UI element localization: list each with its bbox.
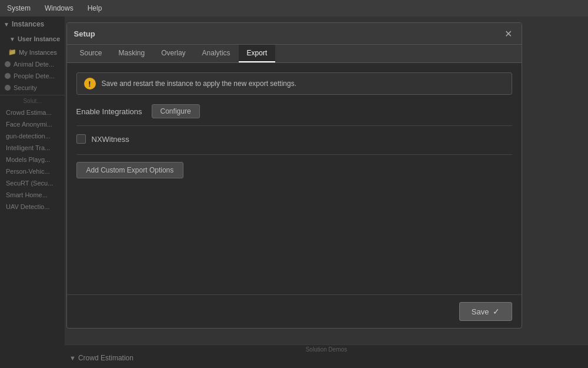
modal-body: ! Save and restart the instance to apply…: [67, 63, 522, 294]
modal-title-bar: Setup ✕: [67, 23, 522, 45]
menu-system[interactable]: System: [5, 3, 33, 14]
info-text: Save and restart the instance to apply t…: [102, 79, 297, 88]
menu-bar: System Windows Help: [0, 0, 588, 16]
menu-windows[interactable]: Windows: [42, 3, 76, 14]
info-icon: !: [84, 78, 96, 89]
enable-integrations-label: Enable Integrations: [76, 107, 142, 116]
modal-close-button[interactable]: ✕: [503, 28, 514, 39]
enable-integrations-row: Enable Integrations Configure: [76, 104, 512, 118]
checkmark-icon: ✓: [493, 307, 500, 316]
modal-tabs: Source Masking Overlay Analytics Export: [67, 45, 522, 63]
add-custom-export-button[interactable]: Add Custom Export Options: [76, 162, 184, 178]
nxwitness-checkbox[interactable]: [76, 134, 86, 144]
tab-export[interactable]: Export: [239, 45, 276, 62]
tab-source[interactable]: Source: [72, 45, 111, 62]
divider-1: [76, 125, 512, 126]
setup-dialog: Setup ✕ Source Masking Overlay Analytics…: [66, 22, 522, 329]
tab-overlay[interactable]: Overlay: [153, 45, 193, 62]
modal-footer: Save ✓: [67, 294, 522, 328]
modal-title: Setup: [74, 29, 95, 38]
nxwitness-label: NXWitness: [92, 135, 129, 144]
divider-2: [76, 154, 512, 155]
menu-help[interactable]: Help: [85, 3, 105, 14]
save-button[interactable]: Save ✓: [459, 302, 512, 321]
info-banner: ! Save and restart the instance to apply…: [76, 72, 512, 95]
tab-analytics[interactable]: Analytics: [194, 45, 239, 62]
save-label: Save: [472, 307, 489, 316]
configure-button[interactable]: Configure: [152, 104, 200, 118]
modal-overlay: Setup ✕ Source Masking Overlay Analytics…: [0, 16, 588, 368]
integration-item-nxwitness: NXWitness: [76, 131, 512, 147]
tab-masking[interactable]: Masking: [111, 45, 153, 62]
